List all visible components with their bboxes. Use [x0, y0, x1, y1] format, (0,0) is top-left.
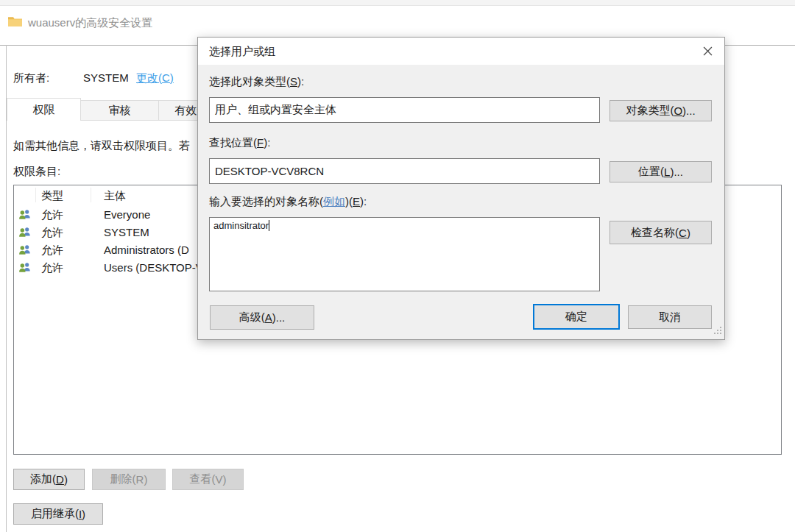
- top-strip: [0, 0, 795, 6]
- owner-value: SYSTEM: [83, 71, 129, 84]
- folder-icon: [7, 15, 23, 30]
- column-header-type[interactable]: 类型: [41, 189, 63, 203]
- check-names-button[interactable]: 检查名称(C): [610, 221, 712, 244]
- entry-type: 允许: [41, 208, 63, 222]
- owner-label: 所有者:: [13, 71, 49, 85]
- permission-entries-label: 权限条目:: [13, 165, 60, 179]
- object-type-label: 选择此对象类型(S):: [209, 75, 304, 89]
- locations-button[interactable]: 位置(L)...: [610, 161, 712, 182]
- object-type-field[interactable]: 用户、组或内置安全主体: [209, 97, 600, 123]
- user-group-icon: [18, 261, 31, 274]
- remove-button: 删除(R): [92, 469, 166, 490]
- user-group-icon: [18, 226, 31, 238]
- object-names-input[interactable]: adminsitrator: [209, 217, 600, 291]
- object-types-button[interactable]: 对象类型(O)...: [610, 100, 712, 121]
- entry-type: 允许: [41, 226, 63, 240]
- window-title: wuauserv的高级安全设置: [28, 16, 152, 30]
- dialog-titlebar[interactable]: 选择用户或组: [198, 38, 724, 65]
- text-caret: [269, 220, 269, 231]
- resize-grip-icon[interactable]: [714, 324, 722, 337]
- entry-type: 允许: [41, 261, 63, 275]
- tab-permissions[interactable]: 权限: [7, 98, 81, 121]
- entry-principal: Everyone: [104, 208, 150, 221]
- column-separator: [91, 188, 91, 202]
- permissions-info-text: 如需其他信息，请双击权限项目。若: [13, 139, 190, 153]
- location-label: 查找位置(F):: [209, 136, 270, 150]
- advanced-button[interactable]: 高级(A)...: [210, 305, 314, 330]
- add-button[interactable]: 添加(D): [13, 469, 85, 490]
- ok-button[interactable]: 确定: [533, 304, 620, 330]
- user-group-icon: [18, 244, 31, 256]
- location-field[interactable]: DESKTOP-VCV8RCN: [209, 158, 600, 184]
- column-separator: [35, 188, 36, 202]
- enable-inheritance-button[interactable]: 启用继承(I): [13, 503, 103, 525]
- dialog-title: 选择用户或组: [209, 45, 275, 59]
- cancel-button[interactable]: 取消: [628, 305, 712, 329]
- entry-principal: SYSTEM: [104, 226, 149, 238]
- object-names-label: 输入要选择的对象名称(例如)(E):: [209, 195, 367, 209]
- entry-principal: Administrators (D: [104, 244, 189, 256]
- entry-principal: Users (DESKTOP-V: [104, 261, 203, 274]
- close-icon[interactable]: [690, 38, 724, 65]
- examples-link[interactable]: 例如: [323, 195, 345, 208]
- user-group-icon: [18, 208, 31, 221]
- change-owner-link[interactable]: 更改(C): [136, 71, 174, 85]
- tab-auditing[interactable]: 审核: [81, 100, 159, 121]
- column-header-principal[interactable]: 主体: [104, 189, 126, 203]
- view-button: 查看(V): [172, 469, 244, 490]
- entry-type: 允许: [41, 244, 63, 258]
- select-users-dialog: 选择用户或组 选择此对象类型(S): 用户、组或内置安全主体 对象类型(O)..…: [197, 37, 725, 340]
